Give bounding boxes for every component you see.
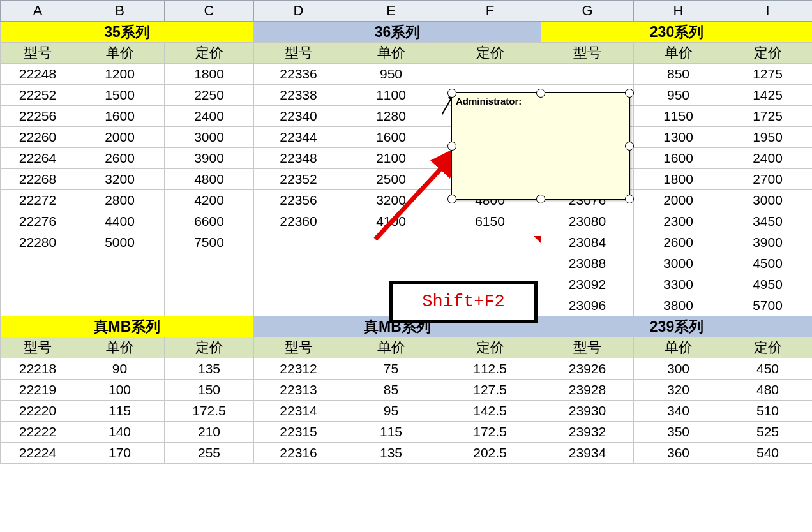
sub-list[interactable]: 定价 (439, 337, 541, 358)
cell[interactable]: 1300 (634, 127, 723, 148)
cell[interactable]: 22338 (254, 85, 343, 106)
cell[interactable]: 2400 (165, 106, 254, 127)
table-row[interactable]: 2222214021022315115172.523932350525 (1, 422, 813, 443)
title-239[interactable]: 239系列 (541, 316, 813, 337)
cell[interactable] (541, 64, 634, 85)
cell[interactable]: 1100 (343, 85, 439, 106)
title-35[interactable]: 35系列 (1, 22, 254, 43)
col-header-H[interactable]: H (634, 1, 723, 22)
cell[interactable]: 450 (723, 358, 813, 380)
cell[interactable]: 3900 (165, 148, 254, 169)
cell[interactable]: 950 (343, 64, 439, 85)
col-header-A[interactable]: A (1, 1, 75, 22)
cell[interactable]: 5700 (723, 295, 813, 316)
cell[interactable]: 22316 (254, 443, 343, 464)
cell[interactable] (165, 274, 254, 295)
cell[interactable]: 3300 (634, 274, 723, 295)
sub-price[interactable]: 单价 (634, 43, 723, 64)
sub-price[interactable]: 单价 (343, 337, 439, 358)
cell[interactable]: 2250 (165, 85, 254, 106)
sub-model[interactable]: 型号 (541, 43, 634, 64)
sub-model[interactable]: 型号 (254, 43, 343, 64)
cell[interactable]: 127.5 (439, 380, 541, 401)
sub-model[interactable]: 型号 (541, 337, 634, 358)
cell[interactable]: 6150 (439, 211, 541, 232)
cell[interactable]: 2400 (723, 148, 813, 169)
cell[interactable]: 22220 (1, 401, 75, 422)
cell[interactable]: 3200 (75, 169, 165, 190)
cell[interactable]: 3000 (634, 253, 723, 274)
cell[interactable]: 2100 (343, 148, 439, 169)
table-row[interactable]: 222602000300022344160013001950 (1, 127, 813, 148)
cell[interactable]: 3450 (723, 211, 813, 232)
table-row[interactable]: 22218901352231275112.523926300450 (1, 358, 813, 380)
col-header-D[interactable]: D (254, 1, 343, 22)
cell[interactable] (75, 295, 165, 316)
sub-list[interactable]: 定价 (165, 337, 254, 358)
cell[interactable]: 150 (165, 380, 254, 401)
cell[interactable]: 480 (723, 380, 813, 401)
cell[interactable]: 22276 (1, 211, 75, 232)
sub-list[interactable]: 定价 (165, 43, 254, 64)
cell[interactable]: 22315 (254, 422, 343, 443)
sub-price[interactable]: 单价 (75, 337, 165, 358)
col-header-G[interactable]: G (541, 1, 634, 22)
cell[interactable]: 2300 (634, 211, 723, 232)
cell[interactable]: 4400 (75, 211, 165, 232)
cell[interactable]: 22352 (254, 169, 343, 190)
cell[interactable]: 2700 (723, 169, 813, 190)
table-row[interactable]: 222722800420022356320048002307620003000 (1, 190, 813, 211)
cell[interactable] (254, 253, 343, 274)
cell[interactable]: 2600 (634, 232, 723, 253)
cell[interactable]: 100 (75, 380, 165, 401)
cell[interactable]: 22312 (254, 358, 343, 380)
cell[interactable]: 172.5 (165, 401, 254, 422)
column-header-row[interactable]: A B C D E F G H I (1, 1, 813, 22)
cell[interactable]: 4100 (343, 211, 439, 232)
cell[interactable]: 1600 (75, 106, 165, 127)
cell[interactable]: 22260 (1, 127, 75, 148)
cell[interactable]: 1950 (723, 127, 813, 148)
cell[interactable]: 22314 (254, 401, 343, 422)
cell[interactable]: 22224 (1, 443, 75, 464)
cell[interactable]: 1800 (634, 169, 723, 190)
cell[interactable] (343, 232, 439, 253)
cell[interactable]: 300 (634, 358, 723, 380)
cell[interactable]: 1725 (723, 106, 813, 127)
cell[interactable]: 22360 (254, 211, 343, 232)
table-row[interactable]: 222683200480022352250037502307218002700 (1, 169, 813, 190)
table-row[interactable]: 2308830004500 (1, 253, 813, 274)
cell[interactable]: 22218 (1, 358, 75, 380)
cell[interactable]: 22264 (1, 148, 75, 169)
cell[interactable]: 255 (165, 443, 254, 464)
cell[interactable]: 23930 (541, 401, 634, 422)
cell[interactable]: 22340 (254, 106, 343, 127)
cell[interactable]: 90 (75, 358, 165, 380)
cell[interactable]: 23934 (541, 443, 634, 464)
table-row[interactable]: 222191001502231385127.523928320480 (1, 380, 813, 401)
cell[interactable]: 22252 (1, 85, 75, 106)
title-mb1[interactable]: 真MB系列 (1, 316, 254, 337)
cell[interactable] (439, 64, 541, 85)
cell[interactable]: 112.5 (439, 358, 541, 380)
cell[interactable] (165, 295, 254, 316)
cell[interactable]: 135 (343, 443, 439, 464)
cell[interactable]: 2000 (634, 190, 723, 211)
cell[interactable] (254, 274, 343, 295)
cell[interactable]: 4950 (723, 274, 813, 295)
cell[interactable]: 210 (165, 422, 254, 443)
cell[interactable]: 4500 (723, 253, 813, 274)
cell[interactable]: 5000 (75, 232, 165, 253)
cell[interactable]: 1500 (75, 85, 165, 106)
cell[interactable]: 1275 (723, 64, 813, 85)
cell[interactable] (75, 253, 165, 274)
cell[interactable]: 23928 (541, 380, 634, 401)
cell[interactable]: 360 (634, 443, 723, 464)
cell[interactable]: 3200 (343, 190, 439, 211)
cell[interactable] (254, 295, 343, 316)
cell[interactable]: 95 (343, 401, 439, 422)
cell[interactable]: 2800 (75, 190, 165, 211)
col-header-E[interactable]: E (343, 1, 439, 22)
cell[interactable]: 22344 (254, 127, 343, 148)
cell[interactable]: 1200 (75, 64, 165, 85)
